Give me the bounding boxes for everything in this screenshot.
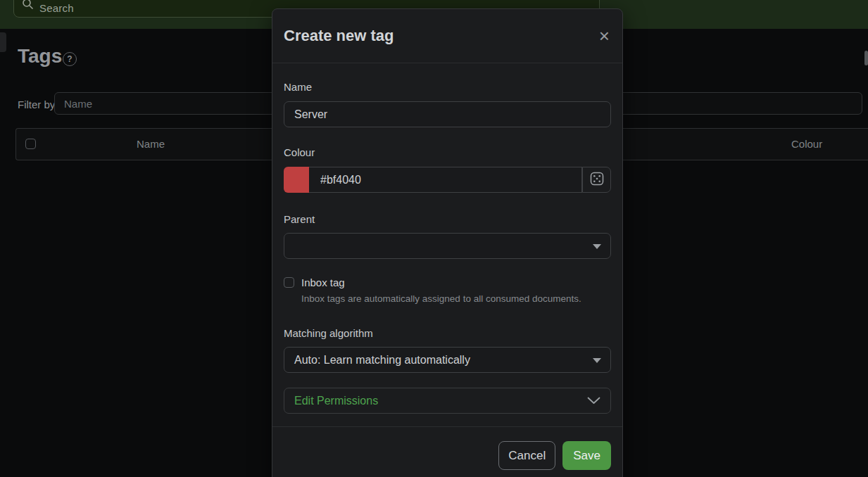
help-icon[interactable]: ?: [63, 52, 77, 66]
cancel-button[interactable]: Cancel: [498, 441, 555, 470]
close-icon[interactable]: ×: [599, 27, 610, 45]
create-tag-modal: Create new tag × Name Colour: [272, 8, 623, 477]
select-all-checkbox[interactable]: [25, 139, 36, 149]
modal-header: Create new tag ×: [272, 9, 622, 63]
search-placeholder: Search: [39, 2, 74, 14]
inbox-tag-hint: Inbox tags are automatically assigned to…: [301, 293, 611, 305]
modal-body: Name Colour Parent: [272, 80, 622, 414]
matching-field-label: Matching algorithm: [284, 326, 611, 340]
filter-by-label: Filter by:: [18, 98, 58, 110]
dice-icon: [590, 172, 604, 189]
chevron-down-icon: [587, 395, 600, 407]
colour-field-label: Colour: [284, 146, 611, 159]
vertical-scrollbar[interactable]: [864, 51, 868, 65]
dropdown-caret-icon: [593, 244, 601, 249]
parent-select[interactable]: [284, 233, 611, 259]
parent-field-label: Parent: [284, 212, 611, 226]
name-field-label: Name: [284, 80, 611, 94]
page-edge-accent: [0, 32, 6, 52]
edit-permissions-label: Edit Permissions: [294, 395, 378, 407]
column-header-name[interactable]: Name: [137, 138, 165, 150]
modal-footer: Cancel Save: [272, 426, 622, 477]
colour-swatch: [284, 167, 309, 193]
matching-algorithm-select[interactable]: Auto: Learn matching automatically: [284, 347, 611, 373]
random-colour-button[interactable]: [582, 167, 611, 193]
tag-name-input[interactable]: [284, 101, 611, 127]
column-header-colour[interactable]: Colour: [791, 138, 822, 150]
modal-title: Create new tag: [284, 26, 394, 46]
inbox-tag-label[interactable]: Inbox tag: [301, 276, 345, 288]
search-icon: [22, 0, 34, 13]
save-button[interactable]: Save: [562, 441, 611, 470]
colour-hex-input[interactable]: [309, 167, 582, 193]
inbox-tag-checkbox[interactable]: [284, 277, 294, 288]
colour-input-group: [284, 167, 611, 193]
edit-permissions-accordion[interactable]: Edit Permissions: [284, 388, 611, 414]
inbox-tag-row: Inbox tag: [284, 276, 611, 288]
page-title: Tags: [18, 45, 62, 68]
matching-select-value: Auto: Learn matching automatically: [294, 354, 470, 367]
dropdown-caret-icon: [593, 358, 601, 363]
